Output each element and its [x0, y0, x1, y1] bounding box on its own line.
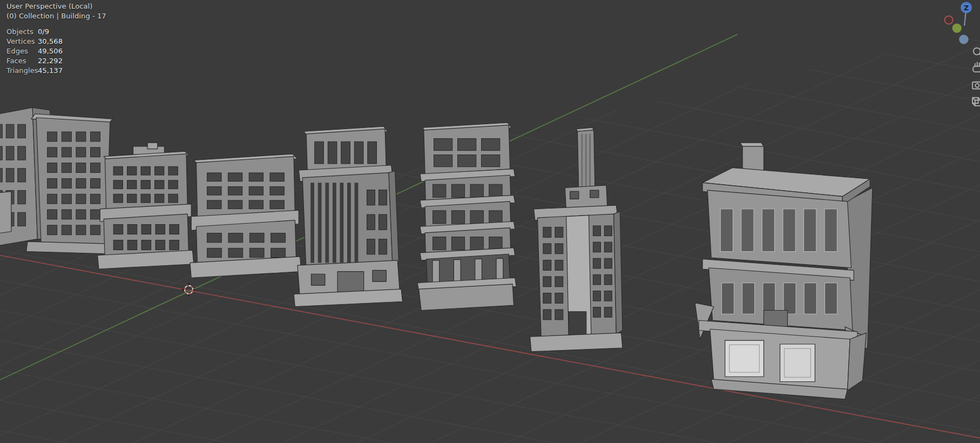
window	[76, 210, 86, 219]
window	[354, 142, 363, 164]
window	[270, 173, 284, 182]
window	[141, 194, 150, 203]
window	[207, 248, 222, 257]
building-3[interactable]	[98, 143, 194, 269]
window	[555, 244, 563, 254]
window	[170, 240, 179, 250]
chimney-ribs	[581, 134, 591, 190]
window	[76, 178, 86, 188]
window	[154, 194, 164, 203]
window	[228, 233, 243, 243]
window	[48, 210, 57, 219]
window	[593, 291, 600, 301]
building-base	[419, 284, 514, 311]
window	[90, 194, 100, 204]
stat-value: 0/9	[38, 27, 63, 37]
window	[604, 291, 612, 301]
stat-value: 49,506	[38, 46, 63, 56]
collection-breadcrumb: (0) Collection | Building - 17	[6, 11, 106, 21]
stat-row-vertices: Vertices 30,568	[6, 37, 63, 46]
window	[228, 200, 242, 209]
window	[451, 237, 464, 250]
window	[458, 155, 476, 167]
window	[470, 184, 483, 197]
window	[90, 132, 100, 142]
window	[590, 190, 599, 198]
stat-label: Triangles	[6, 66, 37, 76]
window	[62, 194, 71, 204]
window	[168, 180, 178, 189]
window	[458, 138, 476, 150]
window	[156, 225, 165, 234]
building-6[interactable]	[417, 123, 516, 310]
window	[451, 184, 464, 197]
window	[48, 132, 57, 142]
window	[593, 242, 600, 252]
window	[18, 190, 26, 204]
window	[489, 184, 502, 197]
window	[725, 340, 764, 377]
window	[271, 248, 286, 257]
window	[325, 183, 329, 263]
window	[804, 283, 816, 314]
gizmo-z-neg-handle[interactable]	[959, 35, 968, 44]
window	[0, 124, 2, 138]
window	[347, 183, 351, 263]
window	[48, 163, 57, 173]
window	[433, 211, 446, 224]
window	[127, 225, 137, 234]
window	[589, 134, 591, 190]
stat-row-edges: Edges 49,506	[6, 46, 63, 56]
building-face	[0, 191, 11, 235]
window	[141, 180, 150, 189]
window	[543, 277, 551, 287]
window	[310, 183, 314, 263]
window	[90, 210, 100, 219]
window	[783, 209, 795, 252]
gizmo-y-handle[interactable]	[952, 23, 961, 32]
window	[113, 180, 123, 189]
window	[543, 260, 551, 270]
window	[367, 239, 375, 254]
window	[741, 209, 754, 252]
window	[368, 142, 377, 164]
window	[482, 155, 500, 167]
building-4[interactable]	[190, 154, 301, 278]
window	[315, 142, 324, 164]
gizmo-x-neg-handle[interactable]	[945, 16, 953, 24]
window	[318, 183, 322, 263]
window	[90, 163, 100, 173]
window	[543, 244, 551, 254]
window	[762, 209, 774, 252]
window	[585, 134, 587, 190]
window	[604, 274, 612, 285]
window	[720, 209, 733, 252]
window	[154, 180, 164, 189]
window	[154, 166, 164, 175]
window	[271, 233, 286, 243]
window	[249, 173, 263, 182]
viewport-canvas[interactable]: Z	[0, 0, 980, 443]
building-8[interactable]	[695, 143, 873, 399]
window	[6, 124, 14, 138]
window	[0, 146, 2, 160]
window	[783, 283, 796, 314]
window	[355, 183, 359, 263]
window	[249, 248, 264, 257]
window	[804, 209, 816, 252]
window	[127, 166, 137, 175]
window	[434, 155, 452, 167]
window	[379, 214, 387, 230]
window	[90, 178, 100, 188]
window	[270, 200, 284, 209]
blender-3d-viewport[interactable]: Z User Perspective (Local) (0) Co	[0, 0, 980, 443]
window	[156, 240, 165, 250]
window	[379, 190, 387, 205]
window	[76, 132, 86, 142]
window	[555, 227, 563, 237]
window	[141, 240, 151, 250]
window	[433, 184, 446, 197]
window	[482, 138, 500, 150]
window	[593, 307, 600, 318]
stat-label: Faces	[6, 56, 37, 66]
